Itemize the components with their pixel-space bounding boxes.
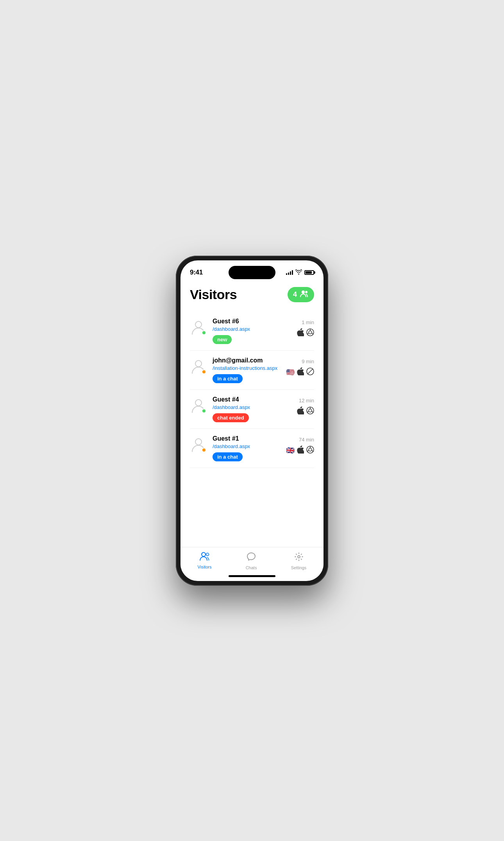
visitor-time: 9 min: [302, 359, 314, 364]
svg-line-6: [312, 333, 314, 334]
avatar: [190, 436, 207, 453]
svg-point-17: [195, 439, 202, 445]
status-dot-orange: [202, 448, 206, 452]
status-time: 9:41: [190, 269, 203, 276]
visitor-name: Guest #4: [213, 396, 291, 403]
visitor-name: Guest #1: [213, 435, 281, 442]
visitor-count-badge[interactable]: 4: [288, 287, 314, 302]
visitor-time: 74 min: [299, 437, 314, 443]
gb-flag-icon: 🇬🇧: [286, 446, 295, 455]
visitor-info: Guest #1 /dashboard.aspx in a chat: [213, 435, 281, 461]
svg-point-11: [195, 400, 202, 406]
svg-line-21: [312, 450, 314, 452]
page-header: Visitors 4: [190, 279, 314, 312]
visitor-info: Guest #4 /dashboard.aspx chat ended: [213, 396, 291, 422]
visitors-tab-icon: [200, 552, 210, 563]
apple-icon: [297, 407, 304, 416]
svg-point-19: [309, 448, 312, 451]
visitor-name: Guest #6: [213, 318, 291, 325]
settings-tab-label: Settings: [291, 565, 307, 570]
svg-point-0: [302, 290, 305, 294]
svg-point-2: [195, 321, 202, 328]
visitor-page: /installation-instructions.aspx: [213, 365, 281, 371]
wifi-icon: [295, 269, 302, 276]
visitor-meta: 74 min 🇬🇧: [286, 435, 314, 455]
visitor-item[interactable]: john@gmail.com /installation-instruction…: [190, 351, 314, 390]
visitor-badge-new: new: [213, 335, 232, 344]
tab-chats[interactable]: Chats: [238, 551, 265, 572]
visitor-info: Guest #6 /dashboard.aspx new: [213, 318, 291, 344]
status-dot-orange: [202, 369, 206, 374]
chrome-icon: [306, 328, 314, 338]
apple-icon: [297, 368, 304, 377]
chrome-icon: [306, 407, 314, 416]
visitor-time: 1 min: [302, 319, 314, 325]
svg-point-8: [195, 360, 202, 367]
apple-icon: [297, 446, 304, 455]
visitor-item[interactable]: Guest #1 /dashboard.aspx in a chat 74 mi…: [190, 429, 314, 468]
avatar: [190, 397, 207, 414]
visitors-tab-label: Visitors: [198, 565, 212, 569]
svg-point-25: [298, 556, 300, 558]
svg-line-7: [307, 333, 309, 334]
svg-point-1: [305, 291, 307, 293]
svg-line-16: [307, 411, 309, 412]
avatar: [190, 319, 207, 336]
battery-icon: [304, 270, 314, 275]
chrome-icon: [306, 446, 314, 455]
blocked-icon: [306, 368, 314, 377]
svg-point-4: [309, 331, 312, 334]
status-dot-green: [202, 409, 206, 413]
visitor-icons: [297, 407, 314, 416]
svg-line-10: [307, 369, 313, 374]
visitor-badge-chat-ended: chat ended: [213, 413, 249, 422]
visitor-meta: 9 min 🇺🇸: [286, 357, 314, 377]
svg-point-24: [206, 553, 209, 556]
visitor-info: john@gmail.com /installation-instruction…: [213, 357, 281, 383]
visitor-item[interactable]: Guest #4 /dashboard.aspx chat ended 12 m…: [190, 390, 314, 429]
visitor-name: john@gmail.com: [213, 357, 281, 364]
settings-tab-icon: [294, 552, 304, 564]
dynamic-island: [229, 266, 275, 279]
content-area: Visitors 4: [181, 279, 323, 547]
visitor-icons: 🇺🇸: [286, 368, 314, 377]
visitor-item[interactable]: Guest #6 /dashboard.aspx new 1 min: [190, 312, 314, 351]
visitor-list: Guest #6 /dashboard.aspx new 1 min: [190, 312, 314, 547]
page-title: Visitors: [190, 287, 237, 302]
svg-line-15: [312, 411, 314, 412]
svg-line-22: [307, 450, 309, 452]
apple-icon: [297, 328, 304, 338]
phone-screen: 9:41: [181, 260, 323, 581]
visitor-page: /dashboard.aspx: [213, 326, 291, 332]
avatar: [190, 358, 207, 375]
visitor-icons: [297, 328, 314, 338]
svg-point-23: [202, 552, 206, 556]
chats-tab-label: Chats: [246, 565, 257, 570]
visitor-icons: 🇬🇧: [286, 446, 314, 455]
visitor-badge-in-chat: in a chat: [213, 374, 243, 383]
signal-icon: [286, 270, 293, 275]
visitor-page: /dashboard.aspx: [213, 443, 281, 449]
svg-point-13: [309, 409, 312, 412]
home-indicator: [181, 572, 323, 581]
status-dot-green: [202, 330, 206, 335]
tab-visitors[interactable]: Visitors: [190, 551, 220, 572]
badge-count: 4: [293, 290, 297, 299]
visitor-badge-in-chat: in a chat: [213, 452, 243, 461]
us-flag-icon: 🇺🇸: [286, 368, 295, 377]
visitors-icon: [300, 290, 309, 299]
status-icons: [286, 269, 314, 276]
tab-settings[interactable]: Settings: [283, 551, 315, 572]
visitor-meta: 12 min: [297, 396, 314, 416]
visitor-meta: 1 min: [297, 318, 314, 338]
tab-bar: Visitors Chats Settings: [181, 547, 323, 572]
visitor-time: 12 min: [299, 398, 314, 403]
chats-tab-icon: [247, 552, 256, 564]
visitor-page: /dashboard.aspx: [213, 404, 291, 410]
phone-frame: 9:41: [176, 256, 328, 586]
